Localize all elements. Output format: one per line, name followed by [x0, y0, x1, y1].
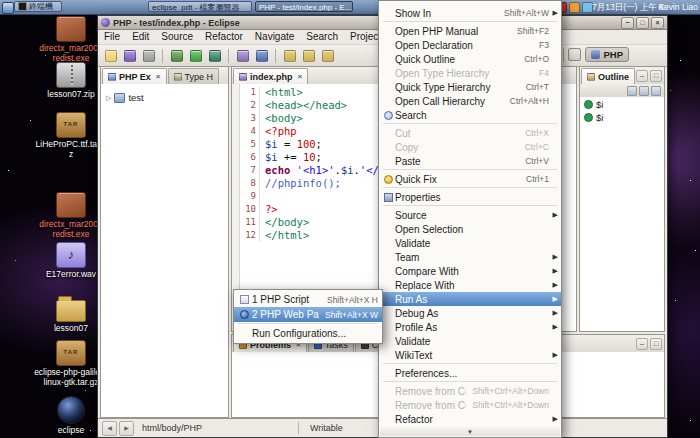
tar-icon	[56, 340, 86, 366]
menu-item-shortcut: Shift+F2	[517, 26, 549, 36]
menu-item-validate[interactable]: Validate	[379, 334, 561, 348]
submenu-item-run-configurations[interactable]: Run Configurations...	[234, 326, 382, 341]
menubar-navigate[interactable]: Navigate	[249, 30, 300, 44]
menubar-search[interactable]: Search	[300, 30, 344, 44]
menu-item-label: Team	[395, 252, 543, 263]
menu-item-cut[interactable]: CutCtrl+X	[379, 126, 561, 140]
menu-item-validate[interactable]: Validate	[379, 236, 561, 250]
menu-item-copy[interactable]: CopyCtrl+C	[379, 140, 561, 154]
menu-item-search[interactable]: Search	[379, 108, 561, 122]
filter-icon[interactable]	[639, 86, 649, 96]
submenu-item-1-php-script[interactable]: 1 PHP ScriptShift+Alt+X H	[234, 292, 382, 307]
menu-item-debug-as[interactable]: Debug As▶	[379, 306, 561, 320]
save-button[interactable]	[121, 47, 138, 64]
new-wizard-button[interactable]	[102, 47, 119, 64]
menu-item-paste[interactable]: PasteCtrl+V	[379, 154, 561, 168]
menu-item-open-php-manual[interactable]: Open PHP ManualShift+F2	[379, 24, 561, 38]
print-button[interactable]	[140, 47, 157, 64]
menubar-refactor[interactable]: Refactor	[199, 30, 249, 44]
menu-item-run-as[interactable]: Run As▶	[379, 292, 561, 306]
taskbar-item-file-browser[interactable]: eclipse_pdt - 檔案瀏覽器	[148, 1, 252, 12]
minimize-view-icon[interactable]: –	[636, 338, 648, 350]
search-button[interactable]	[253, 47, 270, 64]
outline-item[interactable]: $i	[580, 110, 664, 123]
submenu-item-2-php-web-page[interactable]: 2 PHP Web PageShift+Alt+X W	[234, 307, 382, 322]
menu-item-open-call-hierarchy[interactable]: Open Call HierarchyCtrl+Alt+H	[379, 94, 561, 108]
menubar-source[interactable]: Source	[155, 30, 199, 44]
wav-icon	[56, 242, 86, 268]
debug-button[interactable]	[168, 47, 185, 64]
explorer-tab-type-h[interactable]: Type H	[168, 68, 220, 84]
explorer-tab-php-ex[interactable]: PHP Ex×	[102, 68, 167, 84]
minimize-button[interactable]: −	[621, 17, 634, 29]
view-menu-icon[interactable]	[651, 86, 661, 96]
menu-item-preferences[interactable]: Preferences...	[379, 366, 561, 380]
code-token: ?>	[265, 203, 278, 215]
close-button[interactable]: ×	[651, 17, 664, 29]
close-icon[interactable]: ×	[156, 72, 161, 81]
menu-item-remove-from-context[interactable]: Remove from ContextShift+Ctrl+Alt+Down	[379, 384, 561, 398]
menu-item-label: Replace With	[395, 280, 543, 291]
tree-item-test[interactable]: ▷test	[101, 84, 228, 103]
menu-item-quick-outline[interactable]: Quick OutlineCtrl+O	[379, 52, 561, 66]
menu-item-replace-with[interactable]: Replace With▶	[379, 278, 561, 292]
menu-item-label: Copy	[395, 142, 519, 153]
menu-item-label: Show In	[395, 8, 498, 19]
menu-item-open-type-hierarchy[interactable]: Open Type HierarchyF4	[379, 66, 561, 80]
menubar-file[interactable]: File	[98, 30, 126, 44]
menu-item-open-declaration[interactable]: Open DeclarationF3	[379, 38, 561, 52]
editor-tab-index-php[interactable]: index.php ×	[233, 68, 308, 84]
maximize-view-icon[interactable]: □	[650, 338, 662, 350]
taskbar-item-terminal[interactable]: 終端機	[14, 1, 62, 12]
php-perspective-button[interactable]: PHP	[585, 47, 629, 62]
taskbar-user[interactable]: Kevin Liao	[658, 2, 698, 12]
panel-menu-icon[interactable]	[2, 2, 14, 14]
taskbar-item-eclipse[interactable]: PHP - test/index.php - E...	[255, 1, 353, 12]
menu-item-gutter	[381, 175, 395, 184]
menu-item-wikitext[interactable]: WikiText▶	[379, 348, 561, 362]
expand-arrow-icon[interactable]: ▷	[106, 94, 111, 102]
menu-item-properties[interactable]: Properties	[379, 190, 561, 204]
menu-item-remove-from-context[interactable]: Remove from ContextShift+Ctrl+Alt+Down	[379, 398, 561, 412]
forward-button[interactable]	[319, 47, 336, 64]
menu-item-team[interactable]: Team▶	[379, 250, 561, 264]
menu-item-refactor[interactable]: Refactor▶	[379, 412, 561, 426]
menu-item-label: Validate	[395, 336, 543, 347]
back-nav-icon[interactable]: ◀	[102, 421, 117, 436]
taskbar-clock[interactable]: 7月13日(一) 上午 8:40	[592, 2, 668, 14]
menu-item-source[interactable]: Source▶	[379, 208, 561, 222]
menu-item-label: Validate	[395, 238, 543, 249]
run-button[interactable]	[187, 47, 204, 64]
maximize-button[interactable]: □	[636, 17, 649, 29]
menu-item-compare-with[interactable]: Compare With▶	[379, 264, 561, 278]
outline-item[interactable]: $i	[580, 97, 664, 110]
taskbar: 終端機 eclipse_pdt - 檔案瀏覽器 PHP - test/index…	[0, 0, 700, 15]
php-file-icon	[237, 50, 249, 62]
tab-label: Type H	[185, 72, 214, 82]
package-icon	[56, 16, 86, 42]
menu-item-show-in[interactable]: Show InShift+Alt+W▶	[379, 6, 561, 20]
external-tools-button[interactable]	[206, 47, 223, 64]
maximize-view-icon[interactable]: □	[650, 70, 662, 82]
last-edit-location-button[interactable]	[281, 47, 298, 64]
sort-icon[interactable]	[627, 86, 637, 96]
open-perspective-icon[interactable]	[568, 48, 581, 61]
close-icon[interactable]: ×	[298, 72, 303, 81]
menu-item-quick-type-hierarchy[interactable]: Quick Type HierarchyCtrl+T	[379, 80, 561, 94]
menu-item-profile-as[interactable]: Profile As▶	[379, 320, 561, 334]
menu-item-open-selection[interactable]: Open Selection	[379, 222, 561, 236]
back-button[interactable]	[300, 47, 317, 64]
menu-item-label: Refactor	[395, 414, 543, 425]
menubar-edit[interactable]: Edit	[126, 30, 155, 44]
menu-scroll-down[interactable]: ▼	[380, 427, 560, 436]
submenu-arrow-icon: ▶	[549, 309, 558, 317]
outline-tab[interactable]: Outline	[581, 68, 635, 84]
code-token: $i	[265, 138, 278, 150]
minimize-view-icon[interactable]: –	[636, 70, 648, 82]
forward-nav-icon[interactable]: ▶	[119, 421, 134, 436]
updates-icon[interactable]	[569, 2, 580, 13]
menu-item-quick-fix[interactable]: Quick FixCtrl+1	[379, 172, 561, 186]
new-php-file-button[interactable]	[234, 47, 251, 64]
code-text: <?php	[265, 125, 297, 138]
code-token: '<h1>'	[297, 164, 335, 176]
